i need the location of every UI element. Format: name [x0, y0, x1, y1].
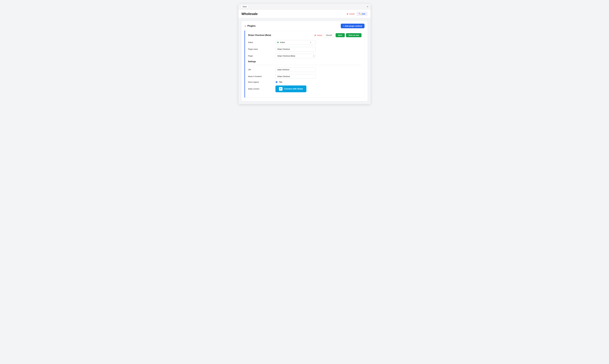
header-edit-label: Edit	[362, 13, 365, 15]
stripe-s-icon: S	[279, 87, 283, 91]
stripe-connect-label: Stripe connect	[248, 88, 273, 90]
header-delete-label: Delete	[349, 13, 355, 15]
direct-capture-radio-group: Yes	[275, 81, 282, 83]
uri-input[interactable]	[275, 67, 316, 72]
plugin-name-label: Plugin name	[248, 48, 273, 50]
plugins-section: ∧ Plugins + Add plugin method Stripe Che…	[242, 21, 367, 101]
name-in-frontend-label: Name in frontend	[248, 75, 273, 78]
pencil-icon: ✏️	[359, 13, 361, 15]
header-edit-button[interactable]: ✏️ Edit	[356, 12, 367, 16]
card-trash-icon: 🗑	[314, 34, 316, 36]
save-button[interactable]: Save	[336, 33, 345, 37]
header-actions: 🗑 Delete ✏️ Edit	[347, 12, 367, 16]
plugin-select[interactable]: Stripe Checkout (Beta)	[275, 54, 316, 58]
discard-button[interactable]: Discard	[324, 33, 334, 37]
plugin-delete-label: Delete	[317, 34, 322, 36]
uri-label: URI	[248, 69, 273, 71]
plugins-title-row: ∧ Plugins	[244, 25, 256, 27]
status-chevron-icon: ▾	[310, 41, 311, 43]
status-dot	[277, 42, 279, 43]
plugin-row: Plugin Stripe Checkout (Beta) ▾	[248, 54, 362, 58]
stripe-connect-row: Stripe connect S Connect with Stripe	[248, 85, 362, 92]
settings-title: Settings	[248, 60, 362, 63]
trash-icon: 🗑	[347, 13, 349, 15]
top-bar: Store ×	[238, 4, 371, 10]
name-in-frontend-input[interactable]	[275, 74, 316, 79]
add-plugin-button[interactable]: + Add plugin method	[341, 24, 365, 28]
uri-row: URI	[248, 67, 362, 72]
store-tab[interactable]: Store	[241, 5, 249, 8]
status-select-wrapper: Active ▾	[275, 40, 316, 45]
page-title: Wholesale	[242, 12, 258, 16]
status-value: Active	[280, 41, 285, 43]
plugin-select-wrapper: Stripe Checkout (Beta) ▾	[275, 54, 316, 58]
collapse-icon[interactable]: ∧	[244, 25, 246, 27]
close-button[interactable]: ×	[367, 5, 368, 8]
direct-capture-row: Direct capture Yes	[248, 81, 362, 83]
plugin-delete-button[interactable]: 🗑 Delete	[314, 34, 322, 36]
direct-capture-value: Yes	[279, 81, 282, 83]
direct-capture-label: Direct capture	[248, 81, 273, 83]
plugin-card-title: Stripe Checkout (Beta)	[248, 34, 271, 37]
plugin-card-actions: 🗑 Delete Discard Save Save as new	[314, 33, 362, 37]
plugins-header: ∧ Plugins + Add plugin method	[244, 24, 365, 28]
status-select[interactable]: Active ▾	[275, 40, 316, 45]
direct-capture-radio-yes[interactable]	[275, 81, 278, 83]
plugin-card-header: Stripe Checkout (Beta) 🗑 Delete Discard …	[248, 33, 362, 37]
plugin-name-row: Plugin name	[248, 47, 362, 52]
save-as-new-button[interactable]: Save as new	[346, 33, 362, 37]
plugin-label: Plugin	[248, 55, 273, 57]
plugins-title: Plugins	[247, 25, 256, 27]
status-label: Status	[248, 41, 273, 43]
main-content: ∧ Plugins + Add plugin method Stripe Che…	[238, 18, 371, 104]
page-header: Wholesale 🗑 Delete ✏️ Edit	[238, 10, 371, 18]
plugin-card: Stripe Checkout (Beta) 🗑 Delete Discard …	[244, 31, 365, 98]
plugin-name-input[interactable]	[275, 47, 316, 52]
name-in-frontend-row: Name in frontend	[248, 74, 362, 79]
header-delete-button[interactable]: 🗑 Delete	[347, 13, 355, 15]
connect-stripe-button[interactable]: S Connect with Stripe	[275, 85, 306, 92]
status-row: Status Active ▾	[248, 40, 362, 45]
connect-stripe-label: Connect with Stripe	[284, 88, 303, 90]
